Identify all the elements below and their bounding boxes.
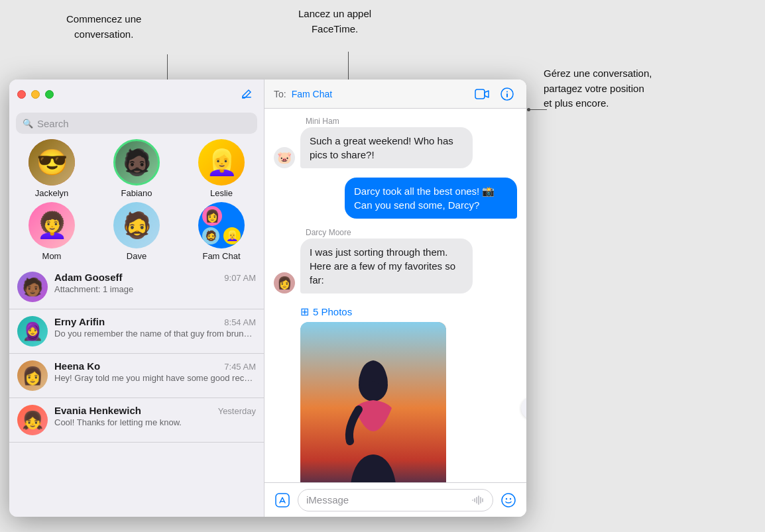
- input-placeholder: iMessage: [306, 494, 466, 505]
- chat-panel: To: Fam Chat Mini Ham: [265, 80, 526, 517]
- conv-header-evania: Evania Henkewich Yesterday: [54, 405, 256, 416]
- pinned-contacts-row-2: 👩‍🦱 Mom 🧔 Dave 👩 🧔 👱‍♀️ Fam Chat: [9, 202, 264, 261]
- pinned-contact-jackelyn[interactable]: 😎 Jackelyn: [19, 139, 85, 198]
- sender-label-miniham: Mini Ham: [306, 117, 517, 126]
- message-input[interactable]: iMessage: [298, 489, 493, 511]
- conv-content-adam: Adam Gooseff 9:07 AM Attachment: 1 image: [54, 272, 256, 294]
- bubble-miniham: Such a great weekend! Who has pics to sh…: [300, 127, 473, 168]
- annotation-manage: Gérez une conversation,partagez votre po…: [544, 66, 652, 111]
- avatar-famchat: 👩 🧔 👱‍♀️: [198, 202, 245, 248]
- pinned-contact-leslie[interactable]: 👱‍♀️ Leslie: [188, 139, 255, 198]
- svg-rect-8: [472, 500, 473, 501]
- photo-image: [300, 322, 446, 482]
- chat-to-label: To:: [274, 89, 286, 99]
- facetime-button[interactable]: [472, 84, 492, 104]
- search-input[interactable]: Search: [37, 118, 69, 129]
- conv-name-erny: Erny Arifin: [54, 316, 105, 327]
- fullscreen-button[interactable]: [45, 90, 54, 99]
- conversation-item-heena[interactable]: 👩 Heena Ko 7:45 AM Hey! Gray told me you…: [9, 354, 264, 398]
- svg-point-3: [506, 91, 508, 92]
- photos-section: ⊞ 5 Photos: [274, 305, 517, 482]
- chat-title-name: Fam Chat: [292, 89, 332, 99]
- svg-point-16: [510, 498, 511, 499]
- compose-button[interactable]: [237, 85, 256, 103]
- info-button[interactable]: [497, 84, 517, 104]
- conversation-item-adam[interactable]: 🧑🏾 Adam Gooseff 9:07 AM Attachment: 1 im…: [9, 265, 264, 309]
- avatar-adam: 🧑🏾: [17, 272, 48, 302]
- svg-rect-10: [476, 497, 477, 504]
- conv-preview-adam: Attachment: 1 image: [54, 284, 256, 294]
- conversation-item-erny[interactable]: 🧕 Erny Arifin 8:54 AM Do you remember th…: [9, 309, 264, 354]
- minimize-button[interactable]: [31, 90, 40, 99]
- svg-rect-1: [475, 89, 485, 99]
- annotation-dot-3: [527, 108, 530, 111]
- pinned-label-mom: Mom: [42, 251, 62, 261]
- annotation-facetime: Lancez un appelFaceTime.: [298, 7, 371, 36]
- conv-name-heena: Heena Ko: [54, 360, 100, 372]
- svg-rect-9: [474, 498, 475, 502]
- avatar-evania: 👧: [17, 405, 48, 435]
- appstore-button[interactable]: [272, 490, 292, 510]
- pinned-label-dave: Dave: [127, 251, 147, 261]
- photos-header: ⊞ 5 Photos: [300, 305, 517, 318]
- svg-rect-12: [480, 497, 481, 504]
- avatar-mom: 👩‍🦱: [29, 202, 75, 248]
- annotation-start-text: Commencez uneconversation.: [66, 13, 141, 40]
- svg-rect-11: [478, 496, 479, 505]
- pinned-label-fabiano: Fabiano: [121, 188, 152, 198]
- conv-time-heena: 7:45 AM: [224, 362, 256, 372]
- message-group-darcy: Darcy Moore 👩 I was just sorting through…: [274, 228, 517, 293]
- sidebar: 🔍 Search 😎 Jackelyn 🧔🏿 Fabiano 👱‍♀️: [9, 80, 265, 517]
- avatar-heena: 👩: [17, 360, 48, 391]
- sidebar-titlebar: [9, 80, 264, 109]
- conversation-list: 🧑🏾 Adam Gooseff 9:07 AM Attachment: 1 im…: [9, 265, 264, 517]
- input-bar: iMessage: [265, 482, 526, 517]
- conv-name-evania: Evania Henkewich: [54, 405, 141, 416]
- share-button[interactable]: [521, 397, 526, 419]
- pinned-contact-dave[interactable]: 🧔 Dave: [103, 202, 170, 261]
- audio-waveform-icon: [471, 496, 485, 505]
- conv-content-erny: Erny Arifin 8:54 AM Do you remember the …: [54, 316, 256, 339]
- bubble-darcy: I was just sorting through them. Here ar…: [300, 239, 473, 293]
- photos-grid-icon: ⊞: [300, 305, 309, 318]
- svg-point-14: [502, 494, 515, 507]
- conversation-item-evania[interactable]: 👧 Evania Henkewich Yesterday Cool! Thank…: [9, 398, 264, 443]
- chat-titlebar: To: Fam Chat: [265, 80, 526, 109]
- conv-header-heena: Heena Ko 7:45 AM: [54, 360, 256, 372]
- conv-time-erny: 8:54 AM: [224, 317, 256, 327]
- msg-avatar-miniham: 🐷: [274, 147, 295, 168]
- conv-preview-heena: Hey! Gray told me you might have some go…: [54, 373, 256, 383]
- avatar-jackelyn: 😎: [29, 139, 75, 186]
- avatar-fabiano: 🧔🏿: [113, 139, 160, 186]
- emoji-button[interactable]: [499, 490, 518, 510]
- photo-wrapper: [300, 322, 517, 482]
- bubble-outgoing1: Darcy took all the best ones! 📸 Can you …: [345, 178, 517, 219]
- message-row-outgoing1: Darcy took all the best ones! 📸 Can you …: [274, 178, 517, 219]
- search-icon: 🔍: [23, 119, 33, 129]
- pinned-contact-fabiano[interactable]: 🧔🏿 Fabiano: [103, 139, 170, 198]
- search-bar[interactable]: 🔍 Search: [16, 113, 257, 134]
- sender-label-darcy: Darcy Moore: [306, 228, 517, 237]
- message-group-miniham: Mini Ham 🐷 Such a great weekend! Who has…: [274, 117, 517, 168]
- annotation-facetime-text: Lancez un appelFaceTime.: [298, 8, 371, 34]
- message-row-darcy: 👩 I was just sorting through them. Here …: [274, 239, 517, 293]
- pinned-contact-mom[interactable]: 👩‍🦱 Mom: [19, 202, 85, 261]
- msg-avatar-darcy: 👩: [274, 272, 295, 293]
- pinned-contacts-row-1: 😎 Jackelyn 🧔🏿 Fabiano 👱‍♀️ Leslie: [9, 139, 264, 198]
- avatar-dave: 🧔: [113, 202, 160, 248]
- message-group-outgoing1: Darcy took all the best ones! 📸 Can you …: [274, 178, 517, 219]
- conv-time-adam: 9:07 AM: [224, 273, 256, 283]
- pinned-contact-famchat[interactable]: 👩 🧔 👱‍♀️ Fam Chat: [188, 202, 255, 261]
- traffic-lights: [17, 90, 54, 99]
- pinned-label-leslie: Leslie: [210, 188, 233, 198]
- conv-header-erny: Erny Arifin 8:54 AM: [54, 316, 256, 327]
- close-button[interactable]: [17, 90, 26, 99]
- photos-count: 5 Photos: [313, 306, 352, 317]
- app-window: 🔍 Search 😎 Jackelyn 🧔🏿 Fabiano 👱‍♀️: [9, 80, 526, 517]
- messages-area: Mini Ham 🐷 Such a great weekend! Who has…: [265, 109, 526, 482]
- conv-header-adam: Adam Gooseff 9:07 AM: [54, 272, 256, 283]
- conv-content-evania: Evania Henkewich Yesterday Cool! Thanks …: [54, 405, 256, 427]
- svg-point-15: [506, 498, 507, 499]
- conv-preview-evania: Cool! Thanks for letting me know.: [54, 417, 256, 427]
- conv-content-heena: Heena Ko 7:45 AM Hey! Gray told me you m…: [54, 360, 256, 383]
